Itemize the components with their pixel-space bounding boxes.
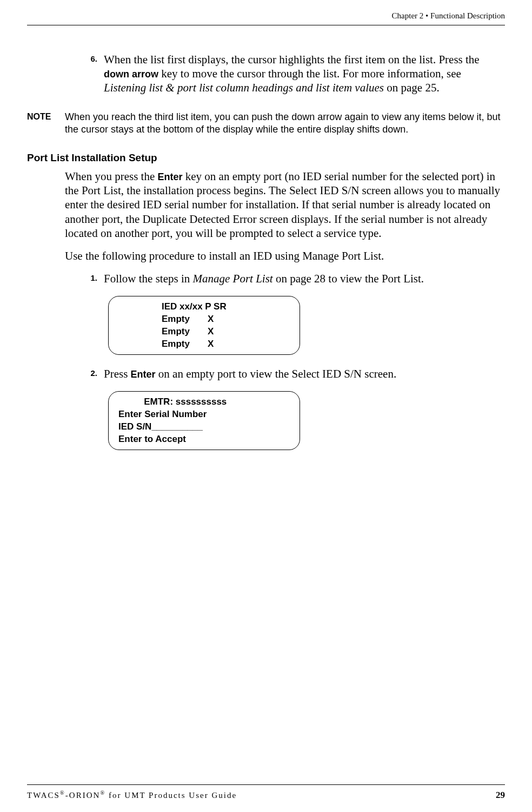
step2-pre: Press [104, 367, 131, 380]
step1-italic: Manage Port List [193, 272, 273, 285]
step6-bold-downarrow: down arrow [104, 69, 158, 80]
screen1-line3: Empty X [118, 326, 290, 338]
screen2-line3: IED S/N__________ [118, 421, 290, 433]
step-2-body: Press Enter on an empty port to view the… [104, 367, 505, 381]
step1-post: on page 28 to view the Port List. [273, 272, 424, 285]
screen1-line2: Empty X [118, 313, 290, 326]
step6-text-pre: When the list first displays, the cursor… [104, 53, 480, 66]
note-body: When you reach the third list item, you … [65, 111, 505, 135]
step6-italic-ref: Listening list & port list column headin… [104, 81, 384, 94]
screen2-line1: EMTR: ssssssssss [118, 396, 290, 408]
screen2-line2: Enter Serial Number [118, 408, 290, 421]
step6-text-end: on page 25. [384, 81, 440, 94]
step-1-body: Follow the steps in Manage Port List on … [104, 272, 505, 286]
screen-box-2: EMTR: ssssssssss Enter Serial Number IED… [108, 391, 300, 451]
screen1-line4: Empty X [118, 338, 290, 351]
note-block: NOTE When you reach the third list item,… [27, 111, 505, 135]
para-1: When you press the Enter key on an empty… [65, 169, 505, 240]
step-6-number: 6. [87, 52, 104, 95]
step2-bold-enter: Enter [131, 369, 156, 380]
step-6: 6. When the list first displays, the cur… [87, 52, 505, 95]
footer-left: TWACS®-ORION® for UMT Products User Guid… [27, 789, 237, 801]
note-label: NOTE [27, 111, 65, 135]
step-6-body: When the list first displays, the cursor… [104, 52, 505, 95]
screen1-line1: IED xx/xx P SR [118, 301, 290, 313]
para1-pre: When you press the [65, 170, 157, 183]
step-1-number: 1. [87, 272, 104, 286]
screen-box-1: IED xx/xx P SR Empty X Empty X Empty X [108, 296, 300, 355]
step-2: 2. Press Enter on an empty port to view … [87, 367, 505, 381]
chapter-label: Chapter 2 • Functional Description [392, 11, 505, 20]
step2-post: on an empty port to view the Select IED … [156, 367, 397, 380]
page-header: Chapter 2 • Functional Description [27, 11, 505, 25]
step6-text-mid1: key to move the cursor through the list.… [158, 67, 461, 80]
step1-pre: Follow the steps in [104, 272, 193, 285]
page-footer: TWACS®-ORION® for UMT Products User Guid… [27, 784, 505, 801]
section-heading-port-list: Port List Installation Setup [27, 151, 505, 165]
step-2-number: 2. [87, 367, 104, 381]
para-2: Use the following procedure to install a… [65, 249, 505, 263]
screen2-line4: Enter to Accept [118, 433, 290, 446]
para1-bold-enter: Enter [157, 171, 182, 182]
footer-page-number: 29 [496, 789, 505, 801]
step-1: 1. Follow the steps in Manage Port List … [87, 272, 505, 286]
page: Chapter 2 • Functional Description 6. Wh… [0, 0, 532, 812]
